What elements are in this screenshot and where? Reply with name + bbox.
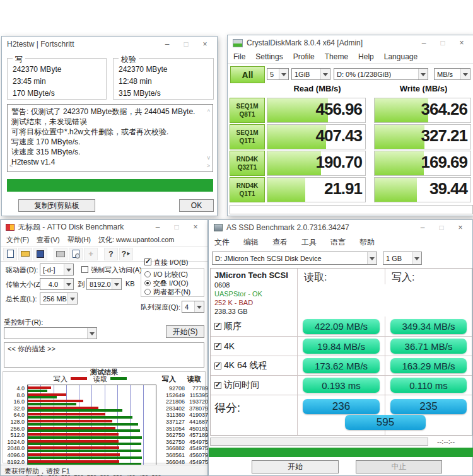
maximize-button[interactable]: □: [432, 223, 451, 232]
minimize-button[interactable]: –: [413, 223, 432, 232]
maximize-button[interactable]: □: [167, 223, 186, 231]
queue-thread: Q32T1: [238, 163, 257, 171]
alignment-status: 252 K - BAD: [214, 298, 293, 307]
cdm-menu-item[interactable]: Language: [384, 52, 418, 61]
print-preview-icon[interactable]: [69, 248, 83, 260]
ok-button[interactable]: OK: [179, 199, 214, 212]
as-ssd-menu-item[interactable]: 语言: [330, 237, 346, 248]
open-folder-icon[interactable]: [18, 248, 32, 260]
maximize-button[interactable]: □: [177, 40, 196, 49]
chevron-down-icon: [412, 252, 421, 264]
read-value-pill: 19.84 MB/s: [303, 339, 379, 354]
close-button[interactable]: ×: [452, 38, 471, 47]
new-file-icon[interactable]: [3, 248, 17, 260]
cdm-write-header: Write (MB/s): [374, 84, 473, 93]
cdm-result-row: SEQ1MQ8T1456.96364.26: [230, 98, 473, 123]
read-value: 193720: [182, 398, 208, 405]
as-ssd-title: AS SSD Benchmark 2.0.7316.34247: [226, 223, 413, 232]
direct-io-checkbox[interactable]: 直接 I/O(B): [144, 258, 188, 267]
category-label: 2048.0: [4, 445, 25, 451]
write-bar: [28, 386, 51, 389]
verify-speed: 315 MByte/s: [119, 88, 208, 100]
device-select[interactable]: D: JMicron Tech SCSI Disk Device: [212, 252, 377, 265]
write-group-label: 写: [13, 54, 25, 66]
cdm-menu-item[interactable]: File: [233, 52, 245, 61]
cdm-read-cell: 21.91: [267, 177, 366, 202]
test-checkbox[interactable]: 访问时间: [211, 376, 298, 395]
cdm-test-label-button[interactable]: SEQ1MQ8T1: [230, 98, 265, 123]
force-write-checkbox[interactable]: 强制写入访问(A): [81, 265, 142, 275]
cdm-test-size-select[interactable]: 1GiB: [291, 68, 330, 80]
cdm-test-label-button[interactable]: SEQ1MQ1T1: [230, 124, 265, 149]
close-button[interactable]: ×: [196, 40, 214, 49]
atto-menu-item[interactable]: 文件(F): [6, 235, 29, 245]
scroll-right-icon[interactable]: >: [207, 161, 210, 171]
read-bar: [28, 416, 132, 419]
write-value-pill: 0.110 ms: [390, 378, 467, 393]
as-ssd-menu-item[interactable]: 文件: [214, 237, 230, 248]
total-length-select[interactable]: 256 MB: [40, 293, 78, 305]
copy-to-clipboard-button[interactable]: 复制到剪贴板: [18, 199, 95, 212]
test-checkbox[interactable]: 4K: [211, 337, 298, 356]
cdm-test-label-button[interactable]: RND4KQ32T1: [230, 151, 265, 176]
cdm-titlebar[interactable]: CrystalDiskMark 8.0.4 x64 [Admin] – □ ×: [228, 35, 473, 50]
context-help-icon[interactable]: ?‣: [119, 248, 133, 260]
transfer-to-select[interactable]: 8192.0: [86, 278, 122, 290]
print-icon[interactable]: [54, 248, 67, 260]
write-value: 337127: [158, 419, 185, 425]
maximize-button[interactable]: □: [433, 38, 452, 47]
neither-radio[interactable]: 两者都不(N): [144, 287, 201, 296]
as-ssd-progress-bar: [209, 448, 473, 457]
as-ssd-titlebar[interactable]: AS SSD Benchmark 2.0.7316.34247 – □ ×: [209, 220, 472, 235]
as-ssd-menu-item[interactable]: 帮助: [359, 237, 375, 248]
chevron-down-icon: [64, 279, 73, 289]
scroll-left-icon[interactable]: <: [9, 161, 210, 171]
as-ssd-menu-item[interactable]: 查看: [272, 237, 288, 248]
atto-menu-item[interactable]: 汉化: www.upantool.com: [98, 235, 174, 245]
help-icon[interactable]: ?: [104, 248, 118, 260]
test-label: 4K 64 线程: [224, 360, 267, 371]
minimize-button[interactable]: –: [148, 223, 167, 231]
cdm-menu-item[interactable]: Settings: [255, 52, 283, 61]
start-button[interactable]: 开始(S): [166, 325, 204, 338]
test-checkbox[interactable]: 顺序: [211, 316, 298, 336]
test-size-select[interactable]: 1 GB: [383, 252, 422, 265]
controlled-by-select[interactable]: [4, 327, 97, 339]
queue-depth-select[interactable]: 4: [182, 301, 204, 313]
device-firmware: 0608: [214, 281, 293, 289]
log-line: 可将目标位置中*.h2w文件删除，或者再次校验.: [11, 127, 200, 137]
close-button[interactable]: ×: [186, 223, 205, 231]
write-swatch-icon: [71, 377, 87, 380]
cdm-target-drive-select[interactable]: D: 0% (1/238GiB): [334, 68, 428, 80]
cdm-menu-item[interactable]: Theme: [325, 52, 348, 61]
h2testw-titlebar[interactable]: H2testw | Fortschritt – □ ×: [2, 37, 217, 52]
save-icon[interactable]: [33, 248, 47, 260]
cdm-all-button[interactable]: All: [230, 66, 265, 83]
minimize-button[interactable]: –: [414, 38, 433, 47]
description-box[interactable]: << 你的描述 >>: [4, 342, 204, 368]
as-ssd-menu-item[interactable]: 编辑: [243, 237, 259, 248]
atto-titlebar[interactable]: 无标题 - ATTO Disk Benchmark – □ ×: [1, 220, 207, 234]
io-compare-radio[interactable]: I/O 比较(C): [144, 270, 201, 279]
as-ssd-menu-item[interactable]: 工具: [301, 237, 317, 248]
cdm-test-label-button[interactable]: RND4KQ1T1: [230, 177, 265, 202]
scroll-up-icon[interactable]: ^: [207, 107, 210, 117]
abort-button[interactable]: 中止: [356, 460, 442, 473]
cdm-write-value: 39.44: [429, 179, 467, 199]
drive-select[interactable]: [-d-]: [40, 264, 74, 276]
cdm-comment-box[interactable]: [230, 205, 473, 214]
atto-menu-item[interactable]: 帮助(H): [67, 235, 91, 245]
h2testw-result-log[interactable]: 警告: 仅测试了 242370 MByte数据，共 244045 MByte.测…: [7, 104, 213, 172]
cdm-test-count-select[interactable]: 5: [267, 68, 289, 80]
cdm-menu-item[interactable]: Profile: [293, 52, 315, 61]
test-checkbox[interactable]: 4K 64 线程: [211, 356, 298, 375]
overlapped-io-radio[interactable]: 交叠 I/O(O): [144, 279, 201, 287]
cdm-unit-select[interactable]: MB/s: [434, 68, 470, 80]
transfer-from-select[interactable]: 4.0: [40, 278, 74, 290]
read-value: 77789: [182, 385, 208, 392]
close-button[interactable]: ×: [451, 223, 470, 232]
cdm-menu-item[interactable]: Help: [358, 52, 374, 61]
start-button[interactable]: 开始: [252, 460, 339, 473]
atto-menu-item[interactable]: 查看(V): [37, 235, 60, 245]
minimize-button[interactable]: –: [158, 40, 177, 49]
